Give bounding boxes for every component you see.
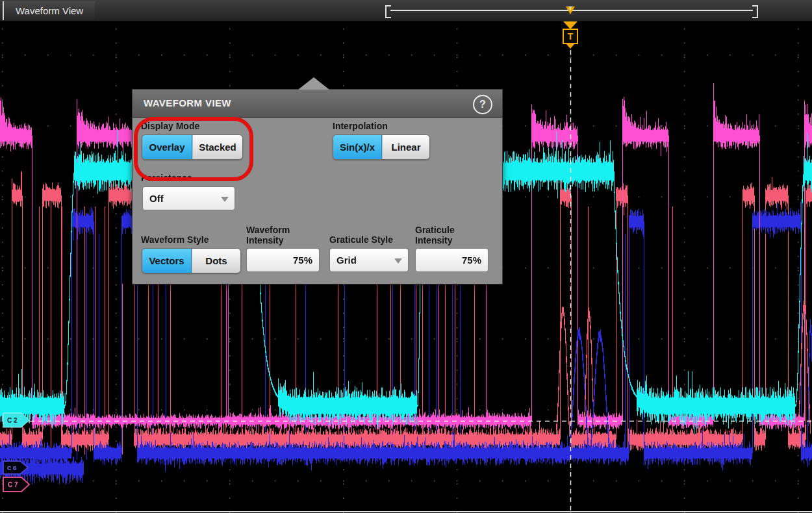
graticule-intensity-field[interactable]: 75% <box>415 248 488 272</box>
waveform-style-vectors-button[interactable]: Vectors <box>142 249 192 273</box>
graticule-style-value: Grid <box>336 255 357 266</box>
horizontal-position-bar[interactable]: T <box>385 5 758 16</box>
trigger-badge-notch <box>566 44 574 49</box>
persistence-label: Persistence <box>141 173 192 183</box>
interpolation-sinx-button[interactable]: Sin(x)/x <box>333 135 382 159</box>
top-bar: Waveform View T <box>0 0 812 21</box>
trigger-bar-t-label: T <box>566 5 575 12</box>
graticule-intensity-label-2: Intensity <box>415 235 453 245</box>
trigger-bar-marker[interactable]: T <box>566 5 575 16</box>
waveform-intensity-field[interactable]: 75% <box>246 248 320 272</box>
c2-badge-label: C 2 <box>7 417 18 424</box>
interpolation-linear-button[interactable]: Linear <box>382 135 429 159</box>
c6-badge-label: C 6 <box>7 465 16 471</box>
dialog-header[interactable]: WAVEFORM VIEW ? <box>133 90 502 118</box>
waveform-style-toggle: Vectors Dots <box>142 248 241 273</box>
persistence-dropdown[interactable]: Off <box>142 186 235 210</box>
persistence-value: Off <box>149 193 164 204</box>
graticule-style-dropdown-arrow-icon <box>394 258 402 264</box>
waveform-intensity-label-2: Intensity <box>246 235 284 245</box>
graticule-style-dropdown[interactable]: Grid <box>329 248 409 272</box>
waveform-view-dialog: WAVEFORM VIEW ? Display Mode Overlay Sta… <box>132 89 503 284</box>
waveform-style-dots-button[interactable]: Dots <box>192 249 240 273</box>
display-mode-label: Display Mode <box>141 121 199 131</box>
dialog-title: WAVEFORM VIEW <box>144 97 231 108</box>
interpolation-label: Interpolation <box>333 121 388 131</box>
display-mode-toggle: Overlay Stacked <box>142 134 243 160</box>
view-tab[interactable]: Waveform View <box>3 1 95 20</box>
trigger-position-flag[interactable]: T <box>563 21 579 49</box>
display-mode-stacked-button[interactable]: Stacked <box>192 135 242 159</box>
waveform-intensity-label-1: Waveform <box>246 225 290 235</box>
trigger-t-badge: T <box>563 29 578 44</box>
waveform-style-label: Waveform Style <box>141 234 209 245</box>
c7-badge-label: C 7 <box>8 481 18 488</box>
graticule-intensity-label-1: Graticule <box>415 225 455 235</box>
bar-left-bracket <box>385 5 391 18</box>
display-mode-overlay-button[interactable]: Overlay <box>142 135 192 159</box>
channel-badge-c2[interactable]: C 2 <box>3 412 31 429</box>
bar-right-bracket <box>752 5 758 18</box>
channel-badge-c7[interactable]: C 7 <box>3 476 31 493</box>
graticule-style-label: Graticule Style <box>329 234 393 245</box>
help-icon[interactable]: ? <box>473 95 492 114</box>
dialog-caret-icon <box>298 77 329 90</box>
view-tab-label: Waveform View <box>16 5 83 16</box>
persistence-dropdown-arrow-icon <box>221 197 229 202</box>
channel-badge-c6[interactable]: C 6 <box>3 460 30 475</box>
interpolation-toggle: Sin(x)/x Linear <box>333 134 430 160</box>
